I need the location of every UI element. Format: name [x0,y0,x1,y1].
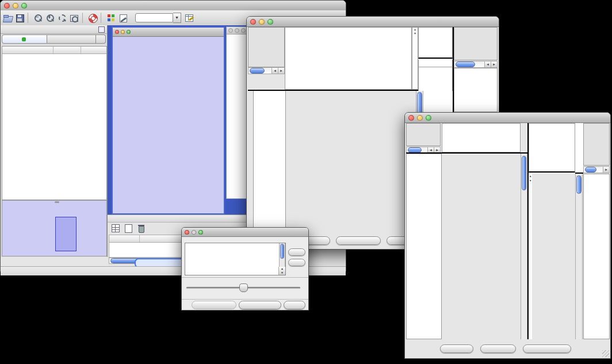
tv1-heatmap[interactable] [286,91,416,232]
zoom-icon[interactable] [127,30,131,34]
zoom-icon[interactable] [267,19,273,25]
tv1-view-status [248,27,285,67]
move-down-button[interactable] [288,259,305,266]
tv2-gap [575,123,583,174]
close-icon[interactable] [185,230,189,235]
tv2-column-labels [529,123,575,173]
network-view-canvas[interactable] [113,36,224,213]
zoom-selected-icon[interactable] [58,13,67,23]
scroll-left-icon[interactable]: ◂ [484,62,491,67]
network-overview[interactable] [2,200,107,256]
annotation-icon[interactable] [118,13,128,23]
move-up-button[interactable] [288,248,305,256]
resize-grip[interactable] [602,350,609,357]
minimize-icon[interactable] [235,28,239,33]
minimize-icon[interactable] [417,115,423,121]
tv1-row-dendrogram[interactable] [253,91,286,232]
tv2-save-data-button[interactable] [480,344,516,353]
tv2-column-dendrogram[interactable] [442,123,521,152]
animate-vizmap-button[interactable] [192,301,236,309]
close-icon[interactable] [4,3,10,9]
tv1-label-gap [418,60,453,67]
control-panel-tabs [2,35,106,44]
animation-slider-thumb[interactable] [239,283,248,292]
tv2-zoom-heatmap[interactable] [532,174,575,339]
search-dropdown-icon[interactable]: ▼ [173,13,181,23]
minimize-icon[interactable] [259,19,265,25]
zoom-icon[interactable] [426,115,431,121]
tv2-usage-hscrollbar[interactable]: ▸ [583,166,610,173]
tv1-hscrollbar[interactable]: ◂ ▸ [248,67,285,74]
tv1-column-dendrogram[interactable] [285,27,412,90]
zoom-in-icon[interactable] [45,13,55,23]
scroll-left-icon[interactable]: ◂ [271,68,278,74]
zoom-icon[interactable] [21,3,27,9]
new-attribute-icon[interactable] [124,224,133,233]
zoom-fit-icon[interactable] [70,13,79,23]
tv1-usage-hints [454,27,498,60]
zoom-icon[interactable] [198,230,203,235]
scroll-right-icon[interactable]: ▸ [278,68,284,74]
tv1-gene-list [454,68,498,112]
float-panel-icon[interactable] [98,26,105,33]
close-icon[interactable] [250,19,256,25]
tv1-column-labels [418,27,453,59]
column-header-nodes[interactable] [53,47,81,53]
minimize-icon[interactable] [13,3,18,9]
attribute-listbox[interactable]: ▲▼ [185,243,286,275]
tv2-gene-list [583,174,610,339]
done-button[interactable] [284,301,305,309]
scroll-right-icon[interactable]: ▸ [491,62,497,67]
open-session-icon[interactable] [3,13,13,23]
help-lifering-icon[interactable] [88,13,98,23]
desktop: ▼ [0,0,612,364]
tv1-splitter[interactable]: ▴▾ [412,27,418,90]
column-header-edges[interactable] [81,47,106,53]
tv1-usage-hscrollbar[interactable]: ◂ ▸ [454,61,498,68]
close-icon[interactable] [115,30,119,34]
tv2-global-vscrollbar[interactable] [521,154,527,339]
minimize-icon[interactable] [121,30,125,34]
zoom-icon[interactable] [241,28,246,33]
tab-network[interactable] [2,35,47,44]
close-icon[interactable] [408,115,414,121]
tabs-more-icon[interactable] [96,35,106,44]
tv2-settings-button[interactable] [440,344,473,353]
save-session-icon[interactable] [15,13,25,23]
attribute-browser-icon[interactable] [185,13,194,23]
control-panel [1,25,108,257]
column-header-id[interactable] [109,235,140,242]
tv1-export-graphics-button[interactable] [336,236,381,245]
tv1-matrix-margin [423,91,453,113]
column-header-network[interactable] [2,47,53,53]
overview-resize-handle[interactable] [55,201,59,203]
scroll-arrows-icon[interactable]: ▲▼ [278,267,285,275]
node-appearance-icon[interactable] [106,13,116,23]
overview-selection-rect[interactable] [55,217,76,251]
delete-attribute-icon[interactable] [136,224,146,233]
map-colors-dialog: ▲▼ [181,227,309,311]
scroll-right-icon[interactable]: ▸ [603,167,609,173]
network-table [2,46,107,200]
create-vizmap-button[interactable] [239,301,281,309]
tab-vizmapper[interactable] [47,35,96,44]
close-icon[interactable] [228,28,233,33]
zoom-out-icon[interactable] [33,13,43,23]
search-input[interactable] [135,13,173,22]
minimize-icon[interactable] [192,230,196,235]
tv2-view-status [406,123,441,146]
tv2-export-graphics-button[interactable] [523,344,571,353]
tv2-zoom-vscrollbar[interactable] [575,174,583,339]
tv2-global-heatmap[interactable] [442,154,521,339]
tv1-global-strip[interactable] [248,91,253,232]
tv2-usage-hints [583,123,610,166]
network-tab-icon [22,37,26,41]
table-icon[interactable] [111,224,120,233]
network-view-window [112,26,225,214]
tv2-row-dendrogram[interactable] [406,154,442,339]
control-panel-header [1,25,107,34]
